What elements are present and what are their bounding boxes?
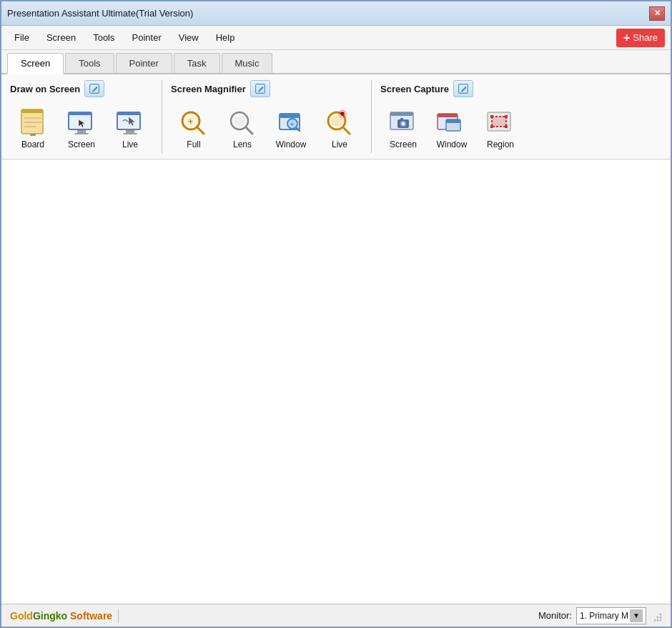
- live-draw-button[interactable]: Live: [107, 103, 153, 153]
- svg-rect-45: [492, 117, 506, 127]
- menu-screen[interactable]: Screen: [39, 29, 83, 46]
- main-area: [1, 160, 671, 604]
- screen-capture-edit-button[interactable]: [453, 80, 473, 97]
- menu-bar: File Screen Tools Pointer View Help + Sh…: [1, 26, 671, 50]
- svg-line-30: [343, 127, 350, 134]
- screen-capture-title: Screen Capture: [380, 84, 449, 94]
- screen-magnifier-icons: + Full L: [171, 103, 362, 153]
- svg-point-52: [660, 616, 662, 618]
- magnifier-lens-label: Lens: [233, 139, 252, 149]
- svg-rect-1: [21, 109, 43, 134]
- board-label: Board: [21, 139, 44, 149]
- screen-capture-icons: Screen Window: [380, 103, 523, 153]
- menu-pointer[interactable]: Pointer: [125, 29, 169, 46]
- magnifier-lens-icon: [227, 107, 258, 138]
- menu-tools[interactable]: Tools: [86, 29, 122, 46]
- brand-label: GoldGingko Software: [10, 610, 112, 622]
- capture-screen-label: Screen: [390, 139, 417, 149]
- screen-magnifier-header: Screen Magnifier: [171, 80, 362, 97]
- svg-text:+: +: [290, 121, 294, 128]
- tab-pointer[interactable]: Pointer: [116, 53, 172, 73]
- svg-point-53: [654, 619, 656, 621]
- monitor-dropdown[interactable]: 1. Primary M ▼: [576, 607, 646, 624]
- svg-rect-46: [490, 115, 493, 118]
- svg-point-50: [657, 619, 659, 621]
- svg-text:+: +: [188, 117, 193, 127]
- screen-capture-section: Screen Capture: [380, 80, 523, 153]
- menu-file[interactable]: File: [7, 29, 36, 46]
- status-separator: [118, 609, 119, 623]
- capture-region-button[interactable]: Region: [478, 103, 523, 153]
- share-plus-icon: +: [623, 31, 630, 44]
- monitor-selector: Monitor: 1. Primary M ▼: [538, 607, 646, 624]
- svg-point-55: [660, 613, 662, 615]
- screen-capture-header: Screen Capture: [380, 80, 523, 97]
- title-bar: Presentation Assistant Ultimate(Trial Ve…: [1, 1, 671, 26]
- draw-on-screen-title: Draw on Screen: [10, 84, 80, 94]
- magnifier-live-label: Live: [332, 139, 347, 149]
- screen-magnifier-edit-button[interactable]: [250, 80, 270, 97]
- live-draw-icon: [114, 107, 146, 138]
- svg-rect-2: [21, 109, 43, 113]
- monitor-label: Monitor:: [538, 610, 572, 621]
- svg-rect-8: [69, 112, 92, 115]
- brand-gold2: old: [18, 610, 33, 622]
- tab-music[interactable]: Music: [222, 53, 273, 73]
- capture-screen-button[interactable]: Screen: [380, 103, 426, 153]
- draw-on-screen-edit-button[interactable]: [84, 80, 104, 97]
- draw-on-screen-header: Draw on Screen: [10, 80, 153, 97]
- share-button[interactable]: + Share: [616, 29, 665, 47]
- brand-gingko: G: [33, 610, 41, 622]
- svg-rect-10: [74, 133, 89, 134]
- window-title: Presentation Assistant Ultimate(Trial Ve…: [7, 8, 193, 19]
- screen-draw-icon: [66, 107, 97, 138]
- menu-help[interactable]: Help: [209, 29, 242, 46]
- magnifier-window-icon: +: [275, 107, 307, 138]
- board-button[interactable]: Board: [10, 103, 56, 153]
- svg-rect-14: [123, 133, 137, 134]
- edit-icon-3: [458, 83, 469, 94]
- svg-point-51: [660, 619, 662, 621]
- title-bar-controls: ✕: [649, 6, 665, 21]
- edit-icon-2: [255, 83, 266, 94]
- monitor-dropdown-arrow[interactable]: ▼: [630, 609, 643, 622]
- magnifier-live-icon: [324, 107, 355, 138]
- draw-on-screen-icons: Board: [10, 103, 153, 153]
- magnifier-window-button[interactable]: + Window: [268, 103, 314, 153]
- menu-view[interactable]: View: [172, 29, 206, 46]
- tab-bar: Screen Tools Pointer Task Music: [1, 50, 671, 74]
- magnifier-lens-button[interactable]: Lens: [219, 103, 265, 153]
- screen-draw-button[interactable]: Screen: [59, 103, 104, 153]
- resize-grip-icon: [651, 610, 662, 622]
- draw-on-screen-section: Draw on Screen: [10, 80, 153, 153]
- toolbar: Draw on Screen: [1, 74, 671, 160]
- share-label: Share: [633, 32, 658, 43]
- screen-draw-label: Screen: [68, 139, 95, 149]
- capture-window-button[interactable]: Window: [429, 103, 475, 153]
- magnifier-full-icon: +: [178, 107, 209, 138]
- svg-rect-9: [77, 130, 86, 133]
- screen-magnifier-section: Screen Magnifier: [171, 80, 362, 153]
- magnifier-full-button[interactable]: + Full: [171, 103, 217, 153]
- svg-rect-35: [390, 112, 413, 116]
- capture-region-icon: [485, 107, 516, 138]
- close-button[interactable]: ✕: [649, 6, 665, 21]
- svg-rect-41: [438, 114, 458, 117]
- magnifier-live-button[interactable]: Live: [317, 103, 362, 153]
- svg-point-38: [402, 122, 405, 125]
- svg-rect-24: [280, 114, 300, 118]
- svg-rect-48: [490, 125, 493, 128]
- monitor-value: 1. Primary M: [580, 611, 628, 621]
- tab-tools[interactable]: Tools: [65, 53, 114, 73]
- main-window: Presentation Assistant Ultimate(Trial Ve…: [0, 0, 672, 628]
- divider-1: [162, 80, 162, 153]
- svg-point-31: [340, 112, 345, 116]
- tab-task[interactable]: Task: [174, 53, 220, 73]
- capture-region-label: Region: [487, 139, 514, 149]
- brand-software: Software: [70, 610, 112, 622]
- svg-rect-39: [400, 118, 403, 120]
- tab-screen[interactable]: Screen: [7, 53, 64, 74]
- svg-rect-49: [505, 125, 508, 128]
- brand-gingko2: ingko: [41, 610, 67, 622]
- status-bar: GoldGingko Software Monitor: 1. Primary …: [1, 604, 671, 627]
